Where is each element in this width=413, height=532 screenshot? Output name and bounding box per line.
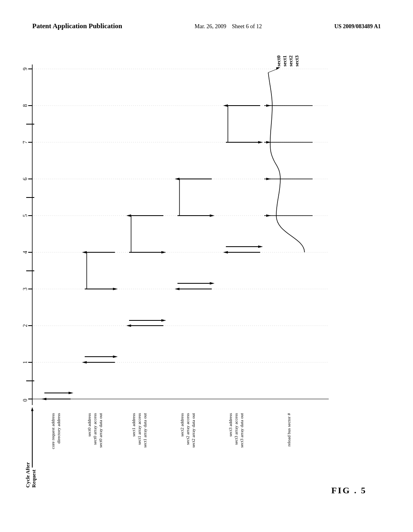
svg-text:sect1 array data out: sect1 array data out: [142, 413, 147, 448]
svg-text:sect3 array data out: sect3 array data out: [239, 413, 244, 448]
svg-text:sect1 array access: sect1 array access: [137, 413, 142, 445]
svg-text:7: 7: [22, 141, 28, 144]
svg-text:2: 2: [22, 324, 28, 327]
svg-text:5: 5: [22, 214, 28, 217]
svg-text:sect0 array access: sect0 array access: [92, 413, 97, 445]
svg-text:sect0: sect0: [275, 56, 282, 66]
svg-text:sect1 address: sect1 address: [131, 413, 136, 436]
svg-text:9: 9: [22, 68, 28, 71]
svg-text:sect3 address: sect3 address: [228, 413, 233, 436]
svg-text:directory address: directory address: [56, 413, 61, 443]
svg-text:8: 8: [22, 104, 28, 107]
svg-text:sect2 array data out: sect2 array data out: [191, 413, 196, 448]
svg-text:core request address: core request address: [50, 413, 55, 449]
svg-text:Request: Request: [31, 470, 37, 488]
svg-text:sect2: sect2: [288, 56, 294, 66]
svg-text:sect2 array access: sect2 array access: [185, 413, 190, 445]
svg-rect-0: [22, 60, 369, 492]
svg-text:sect0 address: sect0 address: [87, 413, 92, 436]
svg-text:1: 1: [22, 361, 28, 364]
svg-text:3: 3: [22, 288, 28, 291]
figure-label: FIG . 5: [331, 485, 367, 496]
svg-text:6: 6: [22, 178, 28, 181]
svg-text:sect1: sect1: [282, 56, 288, 66]
svg-text:sect2 address: sect2 address: [179, 413, 184, 436]
svg-text:sect3 array access: sect3 array access: [234, 413, 238, 445]
svg-text:sect0 array data out: sect0 array data out: [98, 413, 103, 448]
svg-text:0: 0: [22, 399, 28, 402]
timing-diagram: Cycle After Request 0 1 2 3 4 5: [0, 0, 413, 532]
svg-text:4: 4: [22, 251, 28, 254]
svg-text:sect3: sect3: [294, 55, 300, 66]
svg-text:reload bus sector #: reload bus sector #: [286, 413, 291, 447]
svg-text:Cycle After: Cycle After: [25, 462, 31, 488]
